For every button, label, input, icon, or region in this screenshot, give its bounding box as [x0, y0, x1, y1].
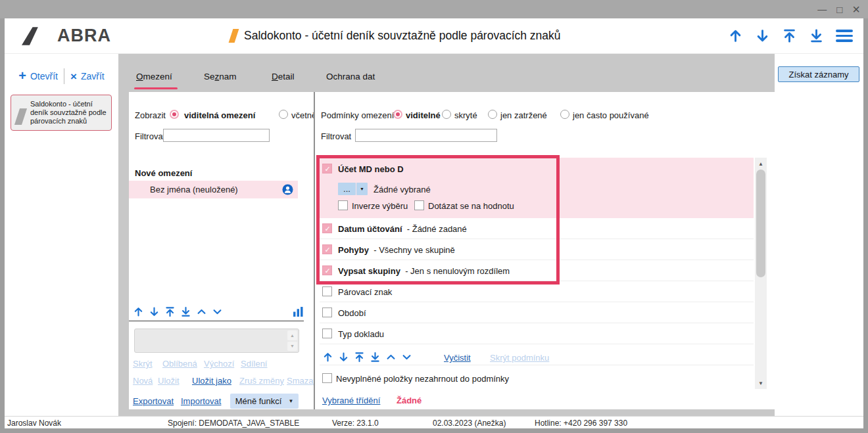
link-vycistit[interactable]: Vyčistit: [444, 353, 471, 363]
link-zrus-zmeny[interactable]: Zruš změny: [239, 376, 284, 386]
zobrazit-label: Zobrazit: [135, 110, 166, 120]
condition-pohyby[interactable]: Pohyby - Všechny ve skupině: [320, 239, 754, 260]
collapse-icon[interactable]: [196, 306, 207, 317]
move-up-icon[interactable]: [322, 352, 333, 363]
link-smazat[interactable]: Smazat: [287, 376, 314, 386]
radio-skryte[interactable]: [442, 110, 451, 119]
condition-parovaci-znak[interactable]: Párovací znak: [320, 281, 754, 302]
checkbox-obdobi[interactable]: [322, 308, 332, 317]
move-down-icon[interactable]: [755, 28, 770, 43]
scrollbar-thumb[interactable]: [756, 170, 765, 277]
checkbox-pohyby[interactable]: [322, 244, 332, 254]
close-report-button[interactable]: × Zavřít: [70, 71, 105, 82]
radio-skryte-label[interactable]: skryté: [454, 110, 477, 120]
tab-omezeni[interactable]: Omezení: [136, 72, 172, 81]
checkbox-nevyplnene-polozky[interactable]: [322, 373, 332, 383]
link-importovat[interactable]: Importovat: [181, 396, 221, 406]
checkbox-dotazat-se[interactable]: [414, 200, 424, 210]
status-connection: Spojení: DEMODATA_JAVA_STABLE: [168, 419, 299, 428]
link-skryt[interactable]: Skrýt: [133, 359, 153, 369]
spin-up-icon[interactable]: ▲: [287, 330, 297, 340]
move-down-icon[interactable]: [338, 352, 349, 363]
tab-ochrana-dat[interactable]: Ochrana dat: [326, 72, 375, 81]
open-button[interactable]: + Otevřít: [18, 70, 58, 82]
radio-viditelne[interactable]: [393, 110, 402, 119]
restriction-item-label: Bez jména (neuložené): [150, 185, 238, 194]
radio-viditelna-omezeni[interactable]: [170, 110, 179, 119]
radio-jen-zatrzene-label[interactable]: jen zatržené: [500, 110, 547, 120]
link-nova[interactable]: Nová: [133, 376, 153, 386]
checkbox-nevyplnene-polozky-label[interactable]: Nevyplněné položky nezahrnout do podmínk…: [336, 374, 509, 384]
radio-jen-zatrzene[interactable]: [488, 110, 497, 119]
conditions-scrollbar[interactable]: ▲ ▼: [755, 158, 767, 389]
condition-vypsat-skupiny[interactable]: Vypsat skupiny - Jen s nenulovým rozdíle…: [320, 260, 754, 281]
expand-icon[interactable]: [401, 352, 412, 363]
move-down-icon[interactable]: [149, 306, 160, 317]
chart-icon[interactable]: [293, 306, 304, 317]
conditions-filter-label: Filtrovat: [321, 131, 351, 141]
move-up-icon[interactable]: [728, 28, 743, 43]
condition-ucet-md-nebo-d[interactable]: Účet MD nebo D ... ▼ Žádné vybrané Inver…: [320, 158, 754, 218]
open-button-label: Otevřít: [30, 71, 58, 81]
condition-obdobi[interactable]: Období: [320, 302, 754, 323]
checkbox-parovaci-znak[interactable]: [322, 286, 332, 296]
checkbox-typ-dokladu[interactable]: [322, 329, 332, 338]
expand-icon[interactable]: [212, 306, 223, 317]
scroll-down-icon[interactable]: ▼: [755, 377, 767, 389]
link-ulozit[interactable]: Uložit: [158, 376, 180, 386]
collapse-icon[interactable]: [385, 352, 397, 363]
report-card-saldokonto[interactable]: Saldokonto - účetní deník souvztažně pod…: [11, 95, 112, 131]
spin-down-icon[interactable]: ▼: [287, 342, 297, 352]
radio-jen-casto-pouzivane[interactable]: [560, 110, 569, 119]
move-last-icon[interactable]: [180, 306, 191, 317]
link-exportovat[interactable]: Exportovat: [133, 396, 174, 406]
menu-icon[interactable]: [836, 30, 853, 42]
radio-vcetne-skrytych[interactable]: [279, 110, 288, 119]
move-last-icon[interactable]: [809, 28, 824, 43]
checkbox-inverze-vyberu[interactable]: [338, 200, 348, 210]
link-vychozi[interactable]: Výchozí: [204, 359, 234, 369]
conditions-label: Podmínky omezení: [321, 110, 394, 120]
filter-input[interactable]: [163, 129, 270, 142]
picker-button[interactable]: ...: [338, 183, 356, 195]
checkbox-datum-uctovani[interactable]: [322, 223, 332, 233]
tab-seznam[interactable]: Seznam: [204, 72, 237, 81]
move-first-icon[interactable]: [782, 28, 797, 43]
link-skryt-podminku[interactable]: Skrýt podmínku: [490, 353, 549, 363]
new-restriction-heading: Nové omezení: [135, 168, 192, 178]
move-first-icon[interactable]: [164, 306, 176, 317]
checkbox-vypsat-skupiny[interactable]: [322, 265, 332, 275]
checkbox-inverze-vyberu-label[interactable]: Inverze výběru: [352, 201, 408, 211]
condition-label: Účet MD nebo D: [338, 164, 404, 174]
user-icon[interactable]: [282, 184, 293, 195]
move-first-icon[interactable]: [354, 352, 365, 363]
link-oblibena[interactable]: Oblíbená: [162, 359, 197, 369]
move-up-icon[interactable]: [133, 306, 144, 317]
get-records-button[interactable]: Získat záznamy: [778, 66, 859, 82]
radio-viditelne-label[interactable]: viditelné: [406, 110, 441, 120]
close-button-label: Zavřít: [81, 71, 105, 81]
scroll-up-icon[interactable]: ▲: [755, 158, 767, 170]
checkbox-dotazat-se-label[interactable]: Dotázat se na hodnotu: [428, 201, 514, 211]
close-icon[interactable]: ×: [852, 3, 860, 16]
status-hotline: Hotline: +420 296 397 330: [535, 419, 627, 428]
picker-caret-icon[interactable]: ▼: [356, 183, 368, 195]
tab-detail[interactable]: Detail: [272, 72, 295, 81]
conditions-filter-input[interactable]: [355, 129, 497, 142]
checkbox-ucet-md-nebo-d[interactable]: [322, 164, 332, 173]
minimize-icon[interactable]: —: [817, 5, 827, 14]
maximize-icon[interactable]: □: [836, 5, 842, 14]
move-last-icon[interactable]: [370, 352, 381, 363]
radio-vcetne-skrytych-label[interactable]: včetně skry: [291, 110, 314, 120]
radio-jen-casto-pouzivane-label[interactable]: jen často používané: [573, 110, 649, 120]
link-ulozit-jako[interactable]: Uložit jako: [192, 376, 231, 386]
title-slash-icon: [229, 29, 239, 43]
link-vybrane-trideni[interactable]: Vybrané třídění: [322, 396, 380, 405]
restriction-item-unsaved[interactable]: Bez jména (neuložené): [129, 181, 298, 198]
radio-viditelna-omezeni-label[interactable]: viditelná omezení: [184, 110, 255, 120]
condition-datum-uctovani[interactable]: Datum účtování - Žádné zadané: [320, 218, 754, 239]
link-sdileni[interactable]: Sdílení: [241, 359, 267, 369]
description-box[interactable]: ▲ ▼: [134, 329, 299, 353]
mene-funkci-button[interactable]: Méně funkcí ▼: [230, 394, 299, 409]
condition-typ-dokladu[interactable]: Typ dokladu: [320, 323, 754, 344]
